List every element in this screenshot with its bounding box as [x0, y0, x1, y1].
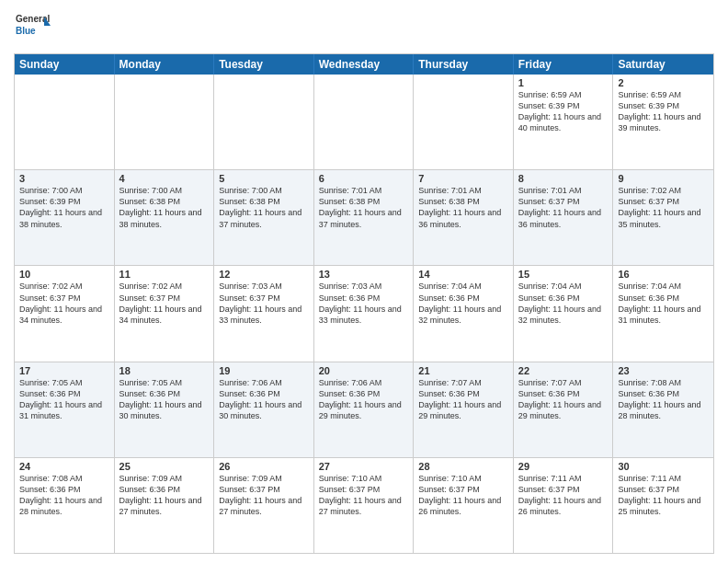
- calendar-cell: 4Sunrise: 7:00 AM Sunset: 6:38 PM Daylig…: [115, 170, 215, 265]
- day-number: 18: [119, 365, 210, 376]
- day-info: Sunrise: 7:08 AM Sunset: 6:36 PM Dayligh…: [19, 473, 109, 518]
- day-info: Sunrise: 7:09 AM Sunset: 6:37 PM Dayligh…: [219, 473, 309, 518]
- svg-text:Blue: Blue: [16, 26, 36, 36]
- calendar-row-3: 17Sunrise: 7:05 AM Sunset: 6:36 PM Dayli…: [15, 362, 713, 457]
- calendar-cell: 14Sunrise: 7:04 AM Sunset: 6:36 PM Dayli…: [414, 266, 514, 361]
- calendar-cell: [314, 75, 415, 169]
- day-info: Sunrise: 7:01 AM Sunset: 6:38 PM Dayligh…: [418, 185, 508, 230]
- calendar-cell: 5Sunrise: 7:00 AM Sunset: 6:38 PM Daylig…: [214, 170, 314, 265]
- day-info: Sunrise: 7:04 AM Sunset: 6:36 PM Dayligh…: [618, 281, 709, 326]
- calendar-header: SundayMondayTuesdayWednesdayThursdayFrid…: [15, 54, 713, 75]
- calendar-cell: [15, 75, 115, 169]
- header: General Blue: [14, 9, 714, 46]
- calendar-cell: 16Sunrise: 7:04 AM Sunset: 6:36 PM Dayli…: [613, 266, 713, 361]
- calendar-row-4: 24Sunrise: 7:08 AM Sunset: 6:36 PM Dayli…: [15, 457, 713, 553]
- day-number: 4: [119, 173, 210, 184]
- calendar-cell: 25Sunrise: 7:09 AM Sunset: 6:36 PM Dayli…: [115, 458, 215, 553]
- calendar-cell: 11Sunrise: 7:02 AM Sunset: 6:37 PM Dayli…: [115, 266, 215, 361]
- day-info: Sunrise: 7:00 AM Sunset: 6:38 PM Dayligh…: [219, 185, 309, 230]
- day-number: 7: [418, 173, 508, 184]
- weekday-header-friday: Friday: [514, 54, 614, 75]
- calendar-cell: 10Sunrise: 7:02 AM Sunset: 6:37 PM Dayli…: [15, 266, 115, 361]
- day-info: Sunrise: 7:01 AM Sunset: 6:37 PM Dayligh…: [518, 185, 609, 230]
- calendar-cell: 9Sunrise: 7:02 AM Sunset: 6:37 PM Daylig…: [613, 170, 713, 265]
- day-info: Sunrise: 7:02 AM Sunset: 6:37 PM Dayligh…: [19, 281, 109, 326]
- weekday-header-wednesday: Wednesday: [314, 54, 415, 75]
- weekday-header-tuesday: Tuesday: [214, 54, 314, 75]
- day-info: Sunrise: 7:11 AM Sunset: 6:37 PM Dayligh…: [618, 473, 709, 518]
- calendar-cell: 13Sunrise: 7:03 AM Sunset: 6:36 PM Dayli…: [314, 266, 415, 361]
- day-info: Sunrise: 7:10 AM Sunset: 6:37 PM Dayligh…: [418, 473, 508, 518]
- calendar-cell: 23Sunrise: 7:08 AM Sunset: 6:36 PM Dayli…: [613, 362, 713, 457]
- calendar-cell: 21Sunrise: 7:07 AM Sunset: 6:36 PM Dayli…: [414, 362, 514, 457]
- calendar-cell: 27Sunrise: 7:10 AM Sunset: 6:37 PM Dayli…: [314, 458, 415, 553]
- day-info: Sunrise: 7:04 AM Sunset: 6:36 PM Dayligh…: [418, 281, 508, 326]
- weekday-header-saturday: Saturday: [613, 54, 713, 75]
- day-info: Sunrise: 6:59 AM Sunset: 6:39 PM Dayligh…: [618, 89, 709, 134]
- day-info: Sunrise: 7:05 AM Sunset: 6:36 PM Dayligh…: [119, 377, 210, 422]
- day-number: 19: [219, 365, 309, 376]
- day-info: Sunrise: 7:03 AM Sunset: 6:36 PM Dayligh…: [319, 281, 409, 326]
- calendar-body: 1Sunrise: 6:59 AM Sunset: 6:39 PM Daylig…: [15, 75, 713, 553]
- day-number: 5: [219, 173, 309, 184]
- weekday-header-thursday: Thursday: [414, 54, 514, 75]
- day-number: 22: [518, 365, 609, 376]
- day-number: 16: [618, 269, 709, 280]
- weekday-header-sunday: Sunday: [15, 54, 115, 75]
- day-info: Sunrise: 7:02 AM Sunset: 6:37 PM Dayligh…: [618, 185, 709, 230]
- day-info: Sunrise: 7:11 AM Sunset: 6:37 PM Dayligh…: [518, 473, 609, 518]
- day-info: Sunrise: 7:01 AM Sunset: 6:38 PM Dayligh…: [319, 185, 409, 230]
- day-number: 17: [19, 365, 109, 376]
- calendar-cell: 17Sunrise: 7:05 AM Sunset: 6:36 PM Dayli…: [15, 362, 115, 457]
- day-info: Sunrise: 7:07 AM Sunset: 6:36 PM Dayligh…: [418, 377, 508, 422]
- calendar-cell: 12Sunrise: 7:03 AM Sunset: 6:37 PM Dayli…: [214, 266, 314, 361]
- page: General Blue SundayMondayTuesdayWednesda…: [0, 0, 728, 563]
- day-info: Sunrise: 7:08 AM Sunset: 6:36 PM Dayligh…: [618, 377, 709, 422]
- day-info: Sunrise: 7:05 AM Sunset: 6:36 PM Dayligh…: [19, 377, 109, 422]
- day-number: 30: [618, 461, 709, 472]
- calendar-cell: 30Sunrise: 7:11 AM Sunset: 6:37 PM Dayli…: [613, 458, 713, 553]
- day-number: 23: [618, 365, 709, 376]
- day-number: 26: [219, 461, 309, 472]
- day-number: 6: [319, 173, 409, 184]
- day-number: 20: [319, 365, 409, 376]
- day-number: 25: [119, 461, 210, 472]
- calendar-cell: 8Sunrise: 7:01 AM Sunset: 6:37 PM Daylig…: [514, 170, 614, 265]
- calendar-cell: 19Sunrise: 7:06 AM Sunset: 6:36 PM Dayli…: [214, 362, 314, 457]
- calendar-cell: 24Sunrise: 7:08 AM Sunset: 6:36 PM Dayli…: [15, 458, 115, 553]
- calendar-cell: [214, 75, 314, 169]
- day-number: 3: [19, 173, 109, 184]
- day-info: Sunrise: 7:09 AM Sunset: 6:36 PM Dayligh…: [119, 473, 210, 518]
- calendar-row-0: 1Sunrise: 6:59 AM Sunset: 6:39 PM Daylig…: [15, 75, 713, 169]
- day-info: Sunrise: 7:10 AM Sunset: 6:37 PM Dayligh…: [319, 473, 409, 518]
- calendar-cell: 2Sunrise: 6:59 AM Sunset: 6:39 PM Daylig…: [613, 75, 713, 169]
- day-number: 28: [418, 461, 508, 472]
- weekday-header-monday: Monday: [115, 54, 215, 75]
- day-info: Sunrise: 7:06 AM Sunset: 6:36 PM Dayligh…: [319, 377, 409, 422]
- day-number: 1: [518, 77, 609, 88]
- day-info: Sunrise: 7:06 AM Sunset: 6:36 PM Dayligh…: [219, 377, 309, 422]
- calendar-row-1: 3Sunrise: 7:00 AM Sunset: 6:39 PM Daylig…: [15, 169, 713, 265]
- logo-icon: General Blue: [14, 9, 51, 46]
- day-info: Sunrise: 6:59 AM Sunset: 6:39 PM Dayligh…: [518, 89, 609, 134]
- day-info: Sunrise: 7:02 AM Sunset: 6:37 PM Dayligh…: [119, 281, 210, 326]
- calendar-cell: 6Sunrise: 7:01 AM Sunset: 6:38 PM Daylig…: [314, 170, 415, 265]
- day-number: 15: [518, 269, 609, 280]
- day-number: 24: [19, 461, 109, 472]
- logo: General Blue: [14, 9, 51, 46]
- day-number: 13: [319, 269, 409, 280]
- calendar-cell: 29Sunrise: 7:11 AM Sunset: 6:37 PM Dayli…: [514, 458, 614, 553]
- day-number: 10: [19, 269, 109, 280]
- day-number: 8: [518, 173, 609, 184]
- day-number: 12: [219, 269, 309, 280]
- calendar-row-2: 10Sunrise: 7:02 AM Sunset: 6:37 PM Dayli…: [15, 265, 713, 361]
- day-number: 2: [618, 77, 709, 88]
- day-number: 9: [618, 173, 709, 184]
- calendar-cell: 15Sunrise: 7:04 AM Sunset: 6:36 PM Dayli…: [514, 266, 614, 361]
- day-info: Sunrise: 7:07 AM Sunset: 6:36 PM Dayligh…: [518, 377, 609, 422]
- calendar-cell: 3Sunrise: 7:00 AM Sunset: 6:39 PM Daylig…: [15, 170, 115, 265]
- day-info: Sunrise: 7:00 AM Sunset: 6:38 PM Dayligh…: [119, 185, 210, 230]
- calendar-cell: [414, 75, 514, 169]
- day-number: 11: [119, 269, 210, 280]
- calendar-cell: 22Sunrise: 7:07 AM Sunset: 6:36 PM Dayli…: [514, 362, 614, 457]
